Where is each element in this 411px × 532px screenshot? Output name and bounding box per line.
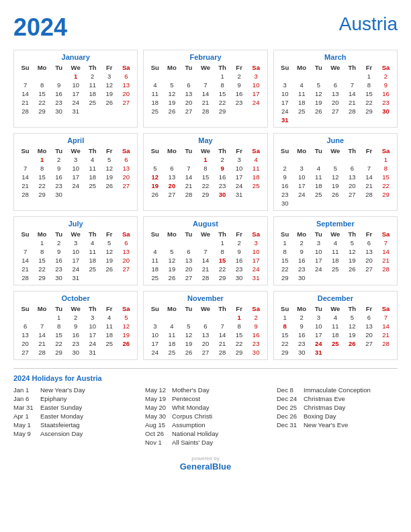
cal-day: 30 (50, 190, 67, 199)
cal-day: 15 (277, 256, 293, 265)
cal-day: 23 (277, 190, 293, 199)
holiday-date: Aug 15 (145, 421, 169, 429)
day-header-we: We (327, 304, 344, 313)
cal-day (310, 273, 327, 282)
month-title-october: October (17, 294, 134, 302)
cal-day: 23 (214, 181, 231, 190)
cal-day: 11 (146, 89, 163, 98)
cal-day (327, 116, 344, 124)
cal-day: 31 (277, 116, 293, 124)
cal-day: 26 (146, 190, 163, 199)
cal-day (197, 238, 214, 247)
cal-day: 21 (361, 181, 377, 190)
cal-day: 7 (17, 81, 34, 89)
cal-day: 1 (214, 238, 231, 247)
cal-day (293, 116, 310, 124)
cal-day (84, 107, 101, 116)
cal-day: 8 (214, 81, 231, 89)
cal-day (310, 116, 327, 124)
cal-day: 27 (180, 107, 197, 116)
cal-day (361, 199, 377, 208)
cal-day: 22 (34, 181, 50, 190)
day-header-tu: Tu (310, 230, 327, 238)
cal-day: 14 (344, 89, 361, 98)
cal-day (377, 348, 394, 357)
cal-day: 30 (248, 348, 265, 357)
cal-day: 3 (310, 313, 327, 322)
cal-day: 17 (67, 256, 84, 265)
cal-day (101, 348, 118, 357)
day-header-mo: Mo (293, 230, 310, 238)
cal-day: 22 (214, 265, 231, 273)
cal-day: 11 (293, 89, 310, 98)
holiday-entry: May 1Staatsfeiertag (13, 421, 134, 429)
cal-day: 22 (361, 98, 377, 107)
cal-day (118, 190, 134, 199)
cal-table-february: SuMoTuWeThFrSa12345678910111213141516171… (146, 63, 264, 116)
cal-day: 20 (163, 181, 180, 190)
month-title-november: November (146, 294, 264, 302)
holiday-date: May 9 (13, 430, 38, 437)
cal-day: 18 (327, 256, 344, 265)
cal-day: 25 (248, 181, 265, 190)
day-header-we: We (327, 230, 344, 238)
day-header-sa: Sa (118, 63, 134, 72)
cal-day: 6 (118, 238, 134, 247)
cal-day: 2 (293, 313, 310, 322)
cal-day: 7 (34, 322, 50, 330)
cal-day: 25 (327, 339, 344, 348)
cal-day (231, 107, 248, 116)
cal-day: 6 (180, 247, 197, 256)
day-header-we: We (197, 230, 214, 238)
cal-day (118, 348, 134, 357)
day-header-su: Su (17, 230, 34, 238)
holiday-name: Christmas Eve (304, 395, 345, 402)
cal-day: 16 (50, 173, 67, 181)
cal-day: 19 (101, 89, 118, 98)
cal-day: 8 (377, 164, 394, 173)
cal-day: 12 (118, 322, 134, 330)
cal-day: 23 (67, 339, 84, 348)
cal-day: 29 (34, 190, 50, 199)
cal-day: 1 (34, 155, 50, 164)
month-title-may: May (146, 136, 264, 144)
cal-day: 14 (377, 247, 394, 256)
holiday-date: Dec 25 (277, 404, 301, 411)
cal-day: 5 (101, 155, 118, 164)
cal-day: 16 (231, 89, 248, 98)
cal-day: 3 (146, 322, 163, 330)
cal-day: 10 (310, 322, 327, 330)
cal-day: 26 (101, 98, 118, 107)
cal-day: 12 (163, 89, 180, 98)
cal-day: 7 (377, 238, 394, 247)
day-header-mo: Mo (163, 146, 180, 155)
cal-day: 17 (67, 89, 84, 98)
month-title-july: July (17, 220, 134, 228)
cal-day: 9 (377, 81, 394, 89)
cal-day: 19 (146, 181, 163, 190)
cal-day: 22 (34, 265, 50, 273)
cal-day (344, 116, 361, 124)
cal-day: 18 (84, 256, 101, 265)
cal-day: 25 (146, 107, 163, 116)
cal-day (361, 116, 377, 124)
cal-day: 12 (101, 81, 118, 89)
cal-day: 29 (361, 107, 377, 116)
cal-day: 16 (231, 256, 248, 265)
holiday-name: Pentecost (172, 395, 200, 402)
cal-day: 15 (197, 173, 214, 181)
cal-table-september: SuMoTuWeThFrSa12345678910111213141516171… (277, 230, 394, 282)
cal-day: 13 (118, 81, 134, 89)
cal-day: 28 (377, 339, 394, 348)
cal-day: 16 (67, 330, 84, 339)
cal-day (377, 273, 394, 282)
day-header-fr: Fr (101, 304, 118, 313)
day-header-we: We (67, 230, 84, 238)
cal-day (344, 273, 361, 282)
holiday-name: National Holiday (172, 430, 218, 437)
cal-day (34, 313, 50, 322)
cal-day (180, 238, 197, 247)
cal-day: 20 (361, 330, 377, 339)
cal-day: 4 (163, 322, 180, 330)
holiday-date: Jan 1 (13, 386, 38, 394)
